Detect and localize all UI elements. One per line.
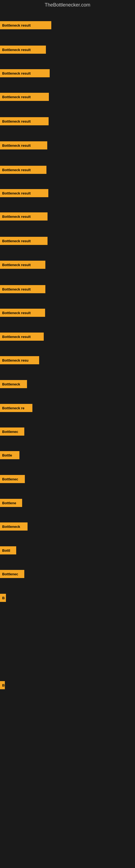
- bottleneck-badge[interactable]: Bottleneck: [0, 522, 28, 531]
- bottleneck-badge[interactable]: Bottleneck resu: [0, 356, 39, 364]
- bottleneck-badge[interactable]: Bottleneck result: [0, 261, 45, 269]
- list-item: Bottleneck result: [0, 211, 48, 222]
- list-item: Bottleneck resu: [0, 355, 39, 365]
- list-item: B: [0, 593, 6, 603]
- list-item: Bottleneck result: [0, 188, 48, 198]
- list-item: Bottleneck result: [0, 165, 46, 175]
- bottleneck-badge[interactable]: Bottlenec: [0, 570, 24, 578]
- bottleneck-badge[interactable]: Bottleneck result: [0, 21, 51, 29]
- bottleneck-badge[interactable]: Bottleneck result: [0, 166, 46, 174]
- bottleneck-badge[interactable]: Bottleneck result: [0, 117, 49, 125]
- bottleneck-badge[interactable]: Bottl: [0, 546, 16, 554]
- bottleneck-badge[interactable]: Bottleneck result: [0, 333, 44, 341]
- list-item: Bottlenec: [0, 569, 24, 579]
- bottleneck-badge[interactable]: Bottleneck result: [0, 237, 48, 245]
- bottleneck-badge[interactable]: Bottleneck re: [0, 404, 32, 412]
- list-item: Bottleneck re: [0, 403, 32, 413]
- list-item: B: [0, 680, 5, 690]
- site-title: TheBottlenecker.com: [0, 0, 135, 10]
- bottleneck-badge[interactable]: Bottleneck result: [0, 93, 49, 101]
- list-item: Bottl: [0, 545, 16, 556]
- bottleneck-badge[interactable]: Bottleneck result: [0, 69, 50, 77]
- list-item: Bottleneck result: [0, 44, 46, 55]
- list-item: Bottleneck result: [0, 259, 45, 270]
- bottleneck-badge[interactable]: B: [0, 594, 6, 602]
- list-item: Bottle: [0, 450, 19, 460]
- bottleneck-badge[interactable]: Bottlene: [0, 499, 22, 507]
- list-item: Bottleneck result: [0, 20, 51, 30]
- list-item: Bottleneck result: [0, 284, 45, 294]
- list-item: Bottleneck result: [0, 236, 48, 246]
- bottleneck-badge[interactable]: Bottleneck result: [0, 45, 46, 54]
- bottleneck-badge[interactable]: Bottlenec: [0, 475, 25, 483]
- bottleneck-badge[interactable]: Bottlenec: [0, 428, 24, 436]
- list-item: Bottleneck: [0, 379, 27, 389]
- bottleneck-badge[interactable]: Bottleneck: [0, 380, 27, 388]
- bottleneck-badge[interactable]: Bottleneck result: [0, 212, 48, 220]
- list-item: Bottlenec: [0, 474, 25, 484]
- bottleneck-badge[interactable]: Bottleneck result: [0, 189, 48, 197]
- list-item: Bottlene: [0, 498, 22, 508]
- bottleneck-badge[interactable]: Bottleneck result: [0, 285, 45, 293]
- list-item: Bottleneck result: [0, 140, 47, 151]
- bottleneck-badge[interactable]: Bottle: [0, 451, 19, 459]
- bottleneck-badge[interactable]: Bottleneck result: [0, 309, 45, 317]
- list-item: Bottlenec: [0, 426, 24, 437]
- list-item: Bottleneck result: [0, 68, 50, 79]
- list-item: Bottleneck result: [0, 308, 45, 318]
- list-item: Bottleneck: [0, 521, 28, 532]
- list-item: Bottleneck result: [0, 116, 49, 126]
- list-item: Bottleneck result: [0, 92, 49, 102]
- list-item: Bottleneck result: [0, 332, 44, 342]
- bottleneck-badge[interactable]: B: [0, 681, 5, 689]
- bottleneck-badge[interactable]: Bottleneck result: [0, 141, 47, 150]
